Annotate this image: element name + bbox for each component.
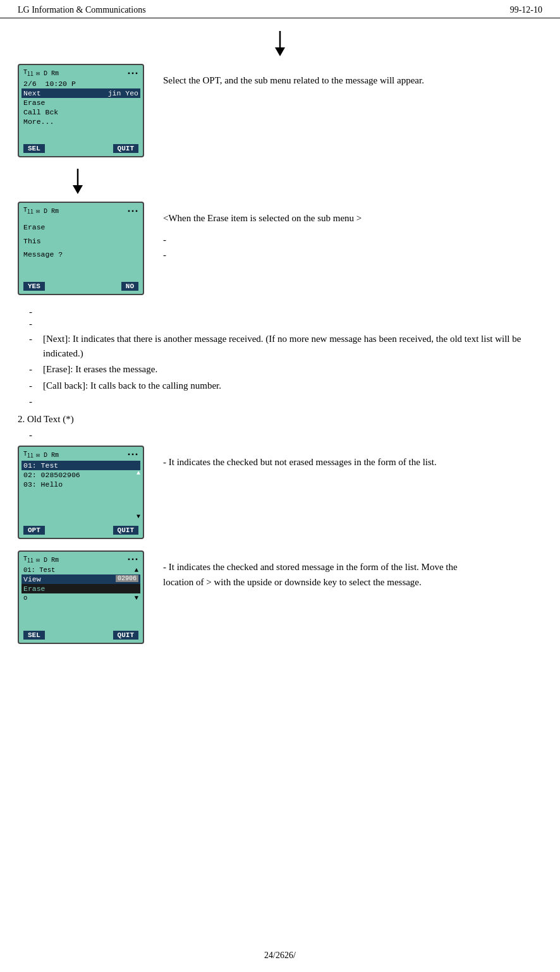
screen3-block: Tll ✉ D Rm ▪▪▪ 01: Test ▲ 02: 028502906 …: [18, 446, 542, 539]
screen2-icons: ✉ D Rm: [36, 207, 59, 215]
screen2-body: Erase This Message ?: [23, 217, 138, 262]
desc4: - It indicates the checked and stored me…: [144, 550, 460, 590]
lone-dash-1: -: [29, 307, 542, 317]
screen3-down-arrow: ▼: [137, 513, 140, 520]
screen2-line2: This: [23, 234, 138, 248]
screen4-view: View 02906: [21, 574, 140, 584]
screen3-quit: QUIT: [113, 526, 138, 535]
bullet-callbck-dash: -: [29, 379, 43, 393]
desc2-dash1: -: [163, 232, 362, 247]
screen2-signal: Tll: [23, 207, 33, 216]
screen4-softkeys: SEL QUIT: [23, 631, 138, 640]
screen3-row3: 03: Hello ▼: [23, 480, 138, 489]
bullet-callbck-text: [Call back]: It calls back to the callin…: [43, 379, 542, 393]
bullet-erase: - [Erase]: It erases the message.: [29, 362, 542, 377]
screen2-wrapper: Tll ✉ D Rm ▪▪▪ Erase This Message ? YES …: [18, 202, 144, 295]
section2-dash: -: [29, 430, 542, 440]
header-left: LG Information & Communications: [18, 5, 146, 15]
screen3-row1: 01: Test ▲: [21, 461, 140, 470]
screen1-quit: QUIT: [113, 144, 138, 153]
footer-text: 24/2626/: [264, 951, 296, 960]
screen1-erase: Erase: [23, 98, 138, 107]
screen1-next: Next jin Yeo: [21, 88, 140, 98]
bullet-erase-dash: -: [29, 362, 43, 377]
screen2-block: Tll ✉ D Rm ▪▪▪ Erase This Message ? YES …: [18, 202, 542, 295]
screen2-line3: Message ?: [23, 248, 138, 262]
bullet-erase-text: [Erase]: It erases the message.: [43, 362, 542, 377]
bullet-callbck: - [Call back]: It calls back to the call…: [29, 379, 542, 393]
screen1: Tll ✉ D Rm ▪▪▪ 2/6 10:20 P Next jin Yeo …: [18, 64, 144, 157]
lone-dash-2: -: [29, 319, 542, 329]
header-right: 99-12-10: [510, 5, 542, 15]
screen1-statusbar: Tll ✉ D Rm ▪▪▪: [23, 69, 138, 78]
bullet-section: - [Next]: It indicates that there is ano…: [29, 332, 542, 409]
screen4-block: Tll ✉ D Rm ▪▪▪ 01: Test ▲ View 02906 Era…: [18, 550, 542, 644]
main-content: Tll ✉ D Rm ▪▪▪ 2/6 10:20 P Next jin Yeo …: [0, 18, 560, 693]
desc2-block: <When the Erase item is selected on the …: [144, 202, 362, 262]
screen3-opt: OPT: [23, 526, 45, 535]
screen2: Tll ✉ D Rm ▪▪▪ Erase This Message ? YES …: [18, 202, 144, 295]
screen2-no: NO: [121, 282, 138, 291]
svg-marker-1: [275, 47, 285, 56]
page-header: LG Information & Communications 99-12-10: [0, 0, 560, 18]
screen1-block: Tll ✉ D Rm ▪▪▪ 2/6 10:20 P Next jin Yeo …: [18, 64, 542, 157]
arrow2-icon: [68, 169, 87, 197]
screen1-line1: 2/6 10:20 P: [23, 79, 138, 88]
bullet-empty-dash: -: [29, 394, 43, 409]
screen4-statusbar: Tll ✉ D Rm ▪▪▪: [23, 556, 138, 564]
section2-title: 2. Old Text (*): [18, 414, 542, 425]
screen4-wrapper: Tll ✉ D Rm ▪▪▪ 01: Test ▲ View 02906 Era…: [18, 550, 144, 644]
desc1: Select the OPT, and the sub menu related…: [144, 64, 424, 88]
bullet-next-text: [Next]: It indicates that there is anoth…: [43, 332, 542, 360]
screen2-softkeys: YES NO: [23, 282, 138, 291]
arrow2-container: [68, 169, 542, 199]
page-footer: 24/2626/: [0, 951, 560, 961]
bullet-empty-text: [43, 394, 542, 409]
screen4-battery: ▪▪▪: [127, 556, 138, 563]
screen3-battery: ▪▪▪: [127, 451, 138, 458]
screen3-statusbar: Tll ✉ D Rm ▪▪▪: [23, 451, 138, 459]
svg-marker-3: [73, 185, 83, 194]
screen2-battery: ▪▪▪: [127, 208, 138, 215]
screen3: Tll ✉ D Rm ▪▪▪ 01: Test ▲ 02: 028502906 …: [18, 446, 144, 539]
screen2-yes: YES: [23, 282, 45, 291]
bullet-empty: -: [29, 394, 542, 409]
desc2-dash2: -: [163, 247, 362, 262]
screen3-wrapper: Tll ✉ D Rm ▪▪▪ 01: Test ▲ 02: 028502906 …: [18, 446, 144, 539]
screen4-row-03: o ▼: [23, 593, 138, 602]
screen4-row-top: 01: Test ▲: [23, 566, 138, 574]
screen3-softkeys: OPT QUIT: [23, 526, 138, 535]
desc3: - It indicates the checked but not erase…: [144, 446, 437, 470]
screen1-battery: ▪▪▪: [127, 70, 138, 77]
screen2-line1: Erase: [23, 221, 138, 234]
desc2-main: <When the Erase item is selected on the …: [163, 210, 362, 226]
screen4-erase: Erase: [21, 584, 140, 593]
screen4-sel: SEL: [23, 631, 45, 640]
screen1-more: More...: [23, 117, 138, 126]
arrow1-icon: [271, 31, 289, 59]
screen4-signal: Tll: [23, 556, 33, 564]
screen3-icons: ✉ D Rm: [36, 451, 59, 459]
screen1-softkeys: SEL QUIT: [23, 144, 138, 153]
screen1-signal: Tll: [23, 69, 33, 78]
screen1-icons: ✉ D Rm: [36, 70, 59, 77]
screen1-sel: SEL: [23, 144, 45, 153]
screen3-up-arrow: ▲: [137, 470, 140, 477]
screen3-row2: 02: 028502906: [23, 470, 138, 480]
arrow1-container: [18, 31, 542, 61]
bullet-next: - [Next]: It indicates that there is ano…: [29, 332, 542, 360]
screen3-signal: Tll: [23, 451, 33, 459]
screen4-icons: ✉ D Rm: [36, 556, 59, 564]
screen4: Tll ✉ D Rm ▪▪▪ 01: Test ▲ View 02906 Era…: [18, 550, 144, 644]
screen1-callbck: Call Bck: [23, 107, 138, 117]
screen1-wrapper: Tll ✉ D Rm ▪▪▪ 2/6 10:20 P Next jin Yeo …: [18, 64, 144, 157]
screen2-statusbar: Tll ✉ D Rm ▪▪▪: [23, 207, 138, 216]
screen4-quit: QUIT: [113, 631, 138, 640]
bullet-next-dash: -: [29, 332, 43, 360]
